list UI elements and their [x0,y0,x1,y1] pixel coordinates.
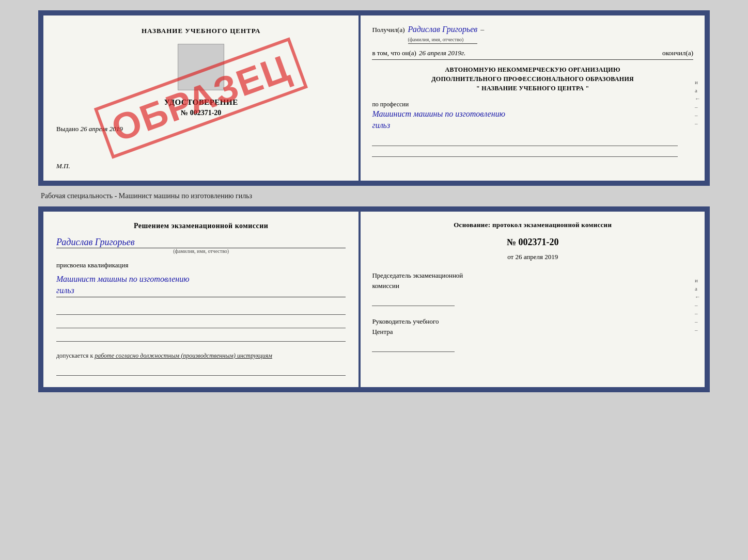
vtom-line: в том, что он(а) 26 апреля 2019г. окончи… [372,49,693,60]
bottom-right: Основание: протокол экзаменационной коми… [361,212,705,387]
bottom-nomer: № 002371-20 [372,237,693,248]
mp-label: М.П. [56,162,70,170]
bottom-fio-hint: (фамилия, имя, отчество) [56,248,346,254]
document-wrapper: НАЗВАНИЕ УЧЕБНОГО ЦЕНТРА УДОСТОВЕРЕНИЕ №… [38,10,710,392]
mp-block: М.П. [56,162,70,170]
vtom-label: в том, что он(а) [372,49,416,57]
bottom-name-block: Радислав Григорьев (фамилия, имя, отчест… [56,234,346,254]
vydano-label: Выдано [56,125,79,133]
vtom-date: 26 апреля 2019г. [419,49,465,57]
vydano-block: Выдано 26 апреля 2019 [56,125,346,133]
resheniyem-text: Решением экзаменационной комиссии [56,222,346,230]
dash-top: – [480,26,484,34]
po-professii-label: по профессии [372,101,693,108]
avt-line2: ДОПОЛНИТЕЛЬНОГО ПРОФЕССИОНАЛЬНОГО ОБРАЗО… [372,74,693,84]
fio-hint-top: (фамилия, имя, отчество) [408,37,464,42]
bottom-left: Решением экзаменационной комиссии Радисл… [43,212,361,387]
qualification-top: Машинист машины по изготовлению гильз [372,108,693,132]
ot-date-block: от 26 апреля 2019 [372,253,693,261]
right-line-1 [372,137,678,146]
poluchil-line: Получил(а) Радислав Григорьев (фамилия, … [372,25,693,44]
kval-text: Машинист машины по изготовлению гильз [56,274,346,297]
bottom-line-a [56,306,346,315]
prisvoena-text: присвоена квалификация [56,261,346,269]
ot-date-value: 26 апреля 2019 [515,253,558,261]
okonchil-label: окончил(а) [657,49,693,57]
rukovoditel-line2: Центра [372,327,693,337]
dopusk-italic-text: работе согласно должностным (производств… [95,352,272,359]
rukovoditel-block: Руководитель учебного Центра [372,316,693,352]
cert-title-block: НАЗВАНИЕ УЧЕБНОГО ЦЕНТРА [56,26,346,35]
cert-right: Получил(а) Радислав Григорьев (фамилия, … [361,15,705,181]
certificate-top: НАЗВАНИЕ УЧЕБНОГО ЦЕНТРА УДОСТОВЕРЕНИЕ №… [38,10,710,186]
avt-line1: АВТОНОМНУЮ НЕКОММЕРЧЕСКУЮ ОРГАНИЗАЦИЮ [372,65,693,74]
po-professii-block: по профессии Машинист машины по изготовл… [372,101,693,132]
cert-nomer: № 002371-20 [56,109,346,117]
side-letters-bottom: и а ← – – – – [695,277,700,333]
bottom-line-d [56,366,346,376]
osnovanie-text: Основание: протокол экзаменационной коми… [372,221,693,229]
recipient-name-top: Радислав Григорьев (фамилия, имя, отчест… [408,25,478,44]
avt-block: АВТОНОМНУЮ НЕКОММЕРЧЕСКУЮ ОРГАНИЗАЦИЮ ДО… [372,65,693,93]
predsedatel-line1: Председатель экзаменационной [372,270,693,281]
bottom-line-b [56,319,346,328]
predsedatel-line2: комиссии [372,281,693,291]
bottom-recipient-name: Радислав Григорьев [56,237,346,248]
udostoverenie-block: УДОСТОВЕРЕНИЕ № 002371-20 [56,98,346,117]
caption-text: Рабочая специальность - Машинист машины … [38,192,252,200]
udostoverenie-text: УДОСТОВЕРЕНИЕ [56,98,346,107]
stamp-area [56,44,346,90]
bottom-lines-block [56,306,346,342]
right-lines-top [372,137,678,157]
predsedatel-block: Председатель экзаменационной комиссии [372,270,693,306]
predsedatel-signature-line [372,293,455,306]
cert-left: НАЗВАНИЕ УЧЕБНОГО ЦЕНТРА УДОСТОВЕРЕНИЕ №… [43,15,361,181]
certificate-bottom: Решением экзаменационной комиссии Радисл… [38,206,710,392]
rukovoditel-signature-line [372,339,455,352]
ot-label: от [507,253,513,261]
dopuskaetsya-text: допускается к работе согласно должностны… [56,352,346,360]
bottom-line-c [56,332,346,342]
right-line-2 [372,148,678,157]
center-name-quotes: " НАЗВАНИЕ УЧЕБНОГО ЦЕНТРА " [372,84,693,93]
side-letters-top: и а ← – – – [695,79,700,126]
stamp-box [178,44,224,90]
vydano-date: 26 апреля 2019 [81,125,123,133]
poluchil-label: Получил(а) [372,26,404,34]
cert-title: НАЗВАНИЕ УЧЕБНОГО ЦЕНТРА [142,27,261,35]
rukovoditel-line1: Руководитель учебного [372,316,693,327]
